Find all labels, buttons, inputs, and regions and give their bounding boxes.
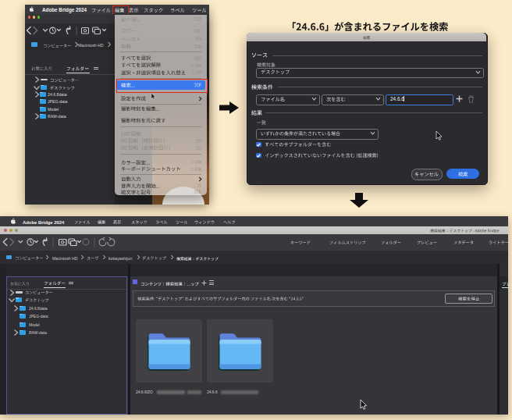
svg-text:JPEG-data: JPEG-data: [48, 99, 67, 104]
svg-text:RAW-data: RAW-data: [29, 330, 47, 335]
svg-text:24.6.6: 24.6.6: [207, 390, 218, 393]
svg-text:Macintosh HD: Macintosh HD: [78, 43, 104, 48]
svg-text:kobayashijun: kobayashijun: [108, 256, 132, 261]
svg-text:24.6.8data: 24.6.8data: [48, 92, 67, 97]
svg-text:JPEG-data: JPEG-data: [29, 314, 48, 319]
svg-text:Adobe Bridge 2024: Adobe Bridge 2024: [23, 219, 65, 224]
svg-text:Adobe Bridge 2024: Adobe Bridge 2024: [42, 7, 87, 13]
svg-text:Model: Model: [48, 107, 59, 112]
svg-text:Model: Model: [29, 322, 40, 327]
svg-text:RAW-data: RAW-data: [48, 114, 66, 119]
svg-text:Macintosh HD: Macintosh HD: [52, 256, 78, 261]
svg-text:24.6.6IZO: 24.6.6IZO: [136, 390, 153, 393]
svg-text:24.6.6: 24.6.6: [390, 97, 404, 102]
svg-text:24.6.8data: 24.6.8data: [29, 306, 48, 311]
